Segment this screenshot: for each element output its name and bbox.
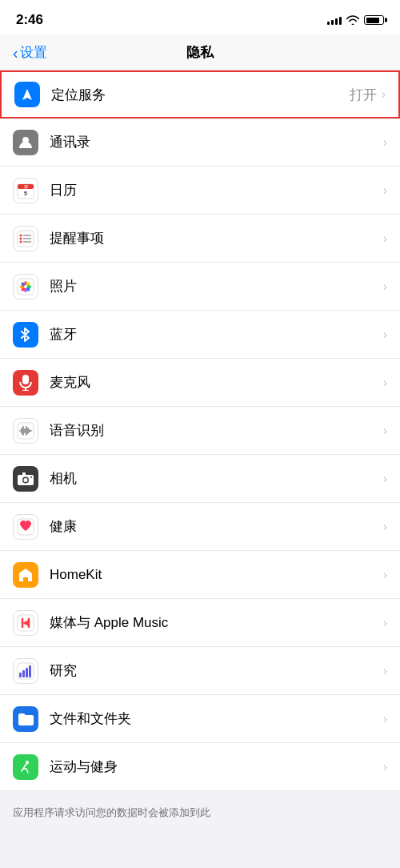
item-label-microphone: 麦克风 bbox=[50, 373, 383, 392]
chevron-icon: › bbox=[383, 520, 387, 534]
list-item-contacts[interactable]: 通讯录 › bbox=[0, 119, 400, 167]
list-item-speech[interactable]: 语音识别 › bbox=[0, 407, 400, 455]
list-item-reminders[interactable]: 提醒事项 › bbox=[0, 215, 400, 263]
list-item-homekit[interactable]: HomeKit › bbox=[0, 551, 400, 599]
item-label-homekit: HomeKit bbox=[50, 567, 383, 583]
svg-rect-44 bbox=[26, 668, 28, 677]
list-item-fitness[interactable]: 运动与健身 › bbox=[0, 743, 400, 791]
chevron-icon: › bbox=[383, 424, 387, 438]
svg-text:5: 5 bbox=[24, 191, 27, 196]
homekit-icon bbox=[13, 562, 38, 588]
status-icons bbox=[327, 15, 384, 25]
item-label-calendar: 日历 bbox=[50, 181, 383, 199]
media-icon bbox=[13, 610, 38, 636]
list-item-location[interactable]: 定位服务 打开 › bbox=[0, 70, 400, 119]
item-label-location: 定位服务 bbox=[51, 86, 350, 104]
list-item-photos[interactable]: 照片 › bbox=[0, 263, 400, 311]
chevron-icon: › bbox=[383, 183, 387, 198]
item-label-bluetooth: 蓝牙 bbox=[50, 325, 383, 344]
nav-bar: ‹ 设置 隐私 bbox=[0, 35, 400, 70]
bottom-note: 应用程序请求访问您的数据时会被添加到此 bbox=[0, 799, 400, 823]
item-label-files: 文件和文件夹 bbox=[50, 709, 383, 728]
item-label-reminders: 提醒事项 bbox=[50, 229, 383, 247]
chevron-icon: › bbox=[383, 376, 387, 390]
signal-icon bbox=[327, 15, 342, 25]
svg-point-36 bbox=[24, 478, 28, 482]
research-icon bbox=[13, 658, 38, 684]
item-label-health: 健康 bbox=[50, 517, 383, 536]
speech-icon bbox=[13, 418, 38, 444]
chevron-icon: › bbox=[383, 712, 387, 726]
chevron-icon: › bbox=[383, 760, 387, 774]
chevron-icon: › bbox=[383, 664, 387, 678]
chevron-icon: › bbox=[383, 472, 387, 486]
page-title: 隐私 bbox=[186, 43, 214, 62]
list-item-calendar[interactable]: 日 5 日历 › bbox=[0, 167, 400, 215]
chevron-icon: › bbox=[383, 279, 387, 294]
svg-point-21 bbox=[24, 285, 27, 288]
list-item-camera[interactable]: 相机 › bbox=[0, 455, 400, 503]
svg-rect-42 bbox=[19, 673, 22, 677]
microphone-icon bbox=[13, 370, 38, 396]
svg-rect-37 bbox=[22, 472, 26, 476]
svg-point-7 bbox=[20, 237, 22, 239]
settings-list: 定位服务 打开 › 通讯录 › 日 5 日历 › bbox=[0, 70, 400, 868]
chevron-icon: › bbox=[382, 87, 386, 102]
contacts-icon bbox=[13, 130, 38, 155]
list-item-microphone[interactable]: 麦克风 › bbox=[0, 359, 400, 407]
calendar-icon: 日 5 bbox=[13, 178, 38, 203]
location-icon bbox=[14, 82, 40, 107]
list-item-media[interactable]: 媒体与 Apple Music › bbox=[0, 599, 400, 647]
section-gap bbox=[0, 791, 400, 799]
chevron-icon: › bbox=[383, 568, 387, 582]
list-item-bluetooth[interactable]: 蓝牙 › bbox=[0, 311, 400, 359]
item-label-fitness: 运动与健身 bbox=[50, 757, 383, 776]
item-label-camera: 相机 bbox=[50, 469, 383, 488]
back-chevron-icon: ‹ bbox=[13, 45, 18, 61]
photos-icon bbox=[13, 274, 38, 299]
item-label-research: 研究 bbox=[50, 661, 383, 680]
status-bar: 2:46 bbox=[0, 0, 400, 35]
item-label-contacts: 通讯录 bbox=[50, 133, 383, 151]
health-icon bbox=[13, 514, 38, 540]
back-label: 设置 bbox=[20, 43, 47, 62]
list-item-health[interactable]: 健康 › bbox=[0, 503, 400, 551]
item-label-speech: 语音识别 bbox=[50, 421, 383, 440]
svg-rect-43 bbox=[22, 670, 25, 677]
svg-rect-45 bbox=[29, 665, 31, 677]
list-item-research[interactable]: 研究 › bbox=[0, 647, 400, 695]
svg-point-38 bbox=[30, 476, 32, 478]
fitness-icon bbox=[13, 754, 38, 780]
list-item-files[interactable]: 文件和文件夹 › bbox=[0, 695, 400, 743]
files-icon bbox=[13, 706, 38, 732]
svg-rect-22 bbox=[22, 375, 29, 384]
status-time: 2:46 bbox=[16, 12, 43, 28]
chevron-icon: › bbox=[383, 135, 387, 150]
back-button[interactable]: ‹ 设置 bbox=[13, 43, 47, 62]
reminders-icon bbox=[13, 226, 38, 251]
item-label-photos: 照片 bbox=[50, 277, 383, 295]
chevron-icon: › bbox=[383, 231, 387, 246]
chevron-icon: › bbox=[383, 616, 387, 630]
svg-point-8 bbox=[20, 240, 22, 243]
chevron-icon: › bbox=[383, 328, 387, 342]
svg-rect-46 bbox=[18, 759, 34, 775]
battery-icon bbox=[364, 15, 384, 25]
wifi-icon bbox=[346, 15, 359, 25]
bluetooth-icon bbox=[13, 322, 38, 348]
item-label-media: 媒体与 Apple Music bbox=[50, 613, 383, 632]
svg-text:日: 日 bbox=[24, 184, 28, 189]
camera-icon bbox=[13, 466, 38, 492]
item-value-location: 打开 bbox=[350, 86, 377, 104]
svg-point-6 bbox=[20, 234, 22, 236]
